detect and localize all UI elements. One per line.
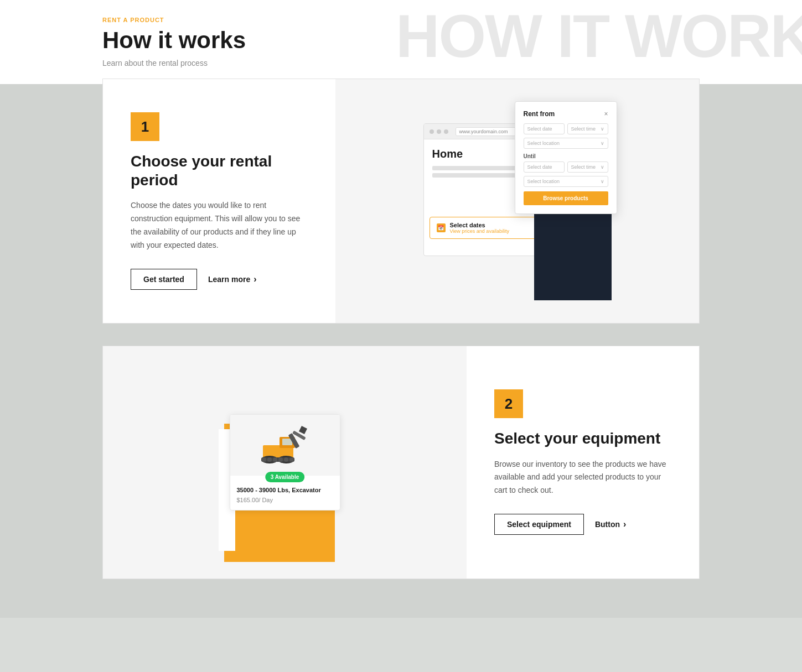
rent-label: RENT A PRODUCT (102, 17, 802, 23)
page-subtitle: Learn about the rental process (102, 59, 802, 67)
svg-point-9 (262, 457, 266, 462)
modal-until-dropdown-icon: ∨ (601, 164, 604, 170)
modal-dropdown-icon: ∨ (601, 126, 604, 132)
browse-products-button[interactable]: Browse products (524, 191, 608, 205)
step2-badge: 2 (494, 389, 523, 418)
modal-location-dropdown-icon: ∨ (601, 140, 604, 146)
step2-actions: Select equipment Button › (494, 514, 671, 535)
svg-marker-5 (299, 426, 307, 434)
select-dates-text: Select dates View prices and availabilit… (450, 222, 509, 234)
step2-title: Select your equipment (494, 429, 671, 448)
modal-until-label: Until (524, 153, 608, 159)
modal-until-location-dropdown-icon: ∨ (601, 179, 604, 184)
browser-dot-2 (437, 129, 441, 134)
get-started-button[interactable]: Get started (131, 269, 197, 290)
step2-left: 2 Select your equipment Browse our inven… (467, 346, 699, 579)
excavator-illustration (252, 423, 318, 467)
modal-close-button[interactable]: × (604, 110, 608, 118)
modal-until-time-field[interactable]: Select time ∨ (567, 162, 608, 173)
browser-dot-1 (430, 129, 434, 134)
modal-time-field[interactable]: Select time ∨ (567, 123, 608, 134)
svg-point-10 (267, 457, 272, 462)
content-area: 1 Choose your rental period Choose the d… (0, 84, 802, 617)
page-title: How it works (102, 28, 802, 53)
equipment-price: $165.00/ Day (237, 497, 333, 503)
step1-title: Choose your rental period (131, 152, 308, 189)
step1-actions: Get started Learn more › (131, 269, 308, 290)
rent-modal: Rent from × Select date Select time ∨ (515, 101, 617, 214)
modal-location-field[interactable]: Select location ∨ (524, 138, 608, 149)
modal-from-row: Select date Select time ∨ (524, 123, 608, 134)
equipment-mockup: 3 Available 35000 - 39000 Lbs, Excavator… (191, 363, 379, 562)
step2-link[interactable]: Button › (595, 519, 626, 529)
select-dates-left: 📅 Select dates View prices and availabil… (437, 222, 509, 234)
equipment-image: 3 Available (230, 415, 340, 476)
svg-point-13 (284, 457, 288, 462)
step2-arrow-icon: › (623, 519, 626, 529)
calendar-icon: 📅 (437, 223, 446, 232)
step1-mockup: www.yourdomain.com Home 📅 Select da (423, 101, 612, 300)
modal-until-date-field[interactable]: Select date (524, 162, 565, 173)
step2-right: 3 Available 35000 - 39000 Lbs, Excavator… (103, 346, 467, 579)
browser-dot-3 (444, 129, 448, 134)
svg-point-12 (278, 457, 283, 462)
learn-more-link[interactable]: Learn more › (208, 274, 257, 284)
modal-date-field[interactable]: Select date (524, 123, 565, 134)
step1-description: Choose the dates you would like to rent … (131, 199, 308, 252)
svg-point-14 (289, 457, 294, 462)
select-dates-button[interactable]: 📅 Select dates View prices and availabil… (430, 217, 551, 239)
modal-title: Rent from (524, 110, 555, 118)
header-section: RENT A PRODUCT How it works Learn about … (0, 0, 802, 84)
step1-right: www.yourdomain.com Home 📅 Select da (335, 79, 699, 322)
step1-badge: 1 (131, 112, 159, 141)
equipment-card: 3 Available 35000 - 39000 Lbs, Excavator… (230, 414, 340, 510)
modal-until-location-field[interactable]: Select location ∨ (524, 176, 608, 187)
select-dates-sub: View prices and availability (450, 228, 509, 234)
modal-header: Rent from × (524, 110, 608, 118)
arrow-icon: › (253, 274, 256, 284)
step2-description: Browse our inventory to see the products… (494, 458, 671, 497)
available-badge: 3 Available (265, 472, 305, 482)
step2-card: 3 Available 35000 - 39000 Lbs, Excavator… (102, 346, 700, 579)
equipment-name: 35000 - 39000 Lbs, Excavator (237, 487, 333, 493)
step1-left: 1 Choose your rental period Choose the d… (103, 79, 335, 322)
select-dates-main: Select dates (450, 222, 509, 228)
svg-point-11 (273, 457, 277, 462)
select-equipment-button[interactable]: Select equipment (494, 514, 584, 535)
browser-bar-2 (432, 173, 525, 178)
modal-until-row: Select date Select time ∨ (524, 162, 608, 173)
step1-card: 1 Choose your rental period Choose the d… (102, 79, 700, 323)
